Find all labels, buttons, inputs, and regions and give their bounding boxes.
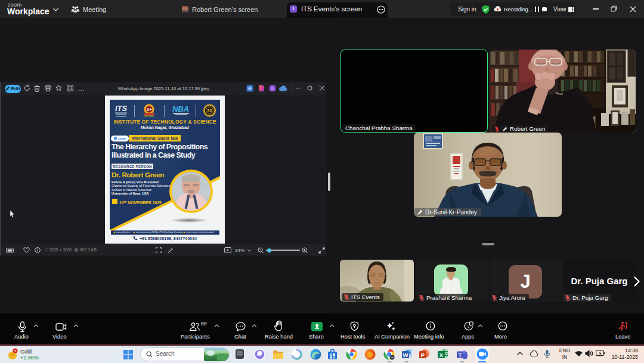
svg-text:W: W (403, 352, 408, 358)
svg-text:P: P (421, 352, 425, 358)
svg-text:30: 30 (207, 108, 212, 113)
svg-text:T: T (459, 352, 462, 358)
svg-text:www.instagram.com/itsghaziabad: www.instagram.com/itsghaziabad/ (186, 231, 214, 233)
svg-text:A+: A+ (146, 107, 151, 112)
svg-text:www.facebook.com/IMCA.at.ITS.M: www.facebook.com/IMCA.at.ITS.MohanNagarG… (136, 231, 182, 233)
svg-text:NBA: NBA (172, 104, 189, 113)
svg-text:ITS: ITS (115, 104, 128, 113)
svg-text:www.ag-fb.edu.in: www.ag-fb.edu.in (116, 231, 131, 233)
svg-text:X: X (439, 352, 444, 358)
